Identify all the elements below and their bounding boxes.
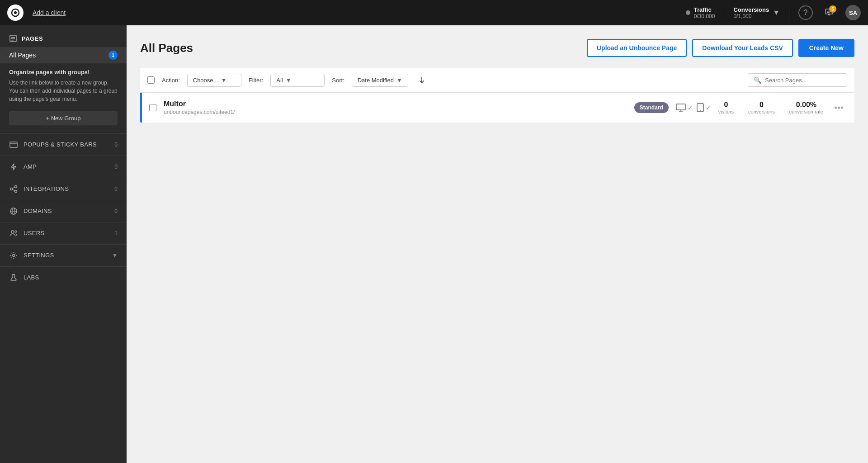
page-type-badge: Standard bbox=[634, 102, 669, 113]
sidebar-pages-section: All Pages 1 Organize pages with groups! … bbox=[0, 47, 127, 133]
filter-select[interactable]: All ▼ bbox=[270, 74, 325, 87]
visitors-stat: 0 visitors bbox=[718, 101, 734, 114]
download-leads-button[interactable]: Download Your Leads CSV bbox=[692, 39, 793, 57]
sidebar-item-domains[interactable]: DOMAINS 0 bbox=[0, 200, 127, 222]
svg-line-18 bbox=[13, 189, 15, 191]
search-input[interactable] bbox=[765, 77, 837, 84]
integrations-icon bbox=[9, 184, 18, 194]
action-value: Choose... bbox=[193, 77, 218, 84]
sidebar-item-settings[interactable]: SETTINGS ▼ bbox=[0, 244, 127, 266]
all-pages-label: All Pages bbox=[9, 52, 36, 59]
sidebar: PAGES All Pages 1 Organize pages with gr… bbox=[0, 25, 127, 463]
action-select[interactable]: Choose... ▼ bbox=[187, 74, 241, 87]
users-count: 1 bbox=[114, 230, 118, 236]
tablet-device: ✓ bbox=[697, 103, 711, 112]
page-url: unbouncepages.com/uifeed1/ bbox=[164, 109, 627, 115]
avatar[interactable]: SA bbox=[845, 5, 861, 20]
notification-badge: 5 bbox=[829, 5, 836, 13]
amp-count: 0 bbox=[114, 164, 118, 170]
sidebar-item-all-pages[interactable]: All Pages 1 bbox=[0, 47, 127, 63]
filter-value: All bbox=[276, 77, 283, 84]
page-name: Multor bbox=[164, 100, 627, 108]
action-select-arrow-icon: ▼ bbox=[221, 77, 226, 84]
pages-icon bbox=[9, 34, 17, 43]
sidebar-item-amp[interactable]: AMP 0 bbox=[0, 156, 127, 178]
row-checkbox[interactable] bbox=[149, 104, 156, 111]
pages-section-label: PAGES bbox=[22, 35, 43, 42]
svg-point-30 bbox=[700, 110, 701, 111]
table-row: Multor unbouncepages.com/uifeed1/ Standa… bbox=[140, 93, 854, 123]
svg-point-14 bbox=[10, 188, 13, 190]
conversions-stat: 0 conversions bbox=[748, 101, 775, 114]
conversion-rate-value: 0.00% bbox=[789, 101, 823, 109]
traffic-dot bbox=[686, 10, 690, 15]
popups-count: 0 bbox=[114, 142, 118, 148]
create-new-button[interactable]: Create New bbox=[798, 39, 854, 57]
svg-rect-5 bbox=[828, 14, 830, 15]
sort-direction-icon[interactable] bbox=[415, 74, 428, 86]
more-options-button[interactable]: ••• bbox=[830, 101, 847, 115]
popups-label: POPUPS & STICKY BARS bbox=[24, 141, 97, 148]
logo-icon[interactable] bbox=[7, 5, 24, 21]
settings-icon bbox=[9, 251, 18, 260]
conversions-value: 0 bbox=[748, 101, 775, 109]
page-devices: ✓ ✓ bbox=[676, 103, 711, 112]
traffic-label: Traffic bbox=[694, 6, 715, 13]
notification-icon[interactable]: 5 bbox=[822, 5, 836, 20]
domains-label: DOMAINS bbox=[24, 208, 52, 214]
visitors-value: 0 bbox=[718, 101, 734, 109]
add-client-link[interactable]: Add a client bbox=[33, 9, 66, 16]
svg-marker-13 bbox=[11, 164, 16, 170]
page-stats: 0 visitors 0 conversions 0.00% conversio… bbox=[718, 101, 823, 114]
header-actions: Upload an Unbounce Page Download Your Le… bbox=[587, 39, 854, 57]
action-label: Action: bbox=[162, 77, 180, 84]
labs-icon bbox=[9, 273, 18, 282]
amp-label: AMP bbox=[24, 163, 37, 170]
help-icon[interactable]: ? bbox=[798, 5, 813, 20]
integrations-count: 0 bbox=[114, 186, 118, 192]
desktop-check-icon: ✓ bbox=[688, 104, 693, 111]
page-title: All Pages bbox=[140, 41, 193, 55]
search-icon: 🔍 bbox=[754, 76, 761, 84]
sort-select[interactable]: Date Modified ▼ bbox=[352, 74, 408, 87]
desktop-device: ✓ bbox=[676, 104, 693, 112]
svg-point-1 bbox=[14, 11, 17, 14]
toolbar: Action: Choose... ▼ Filter: All ▼ Sort: … bbox=[140, 68, 854, 93]
users-icon bbox=[9, 229, 18, 238]
svg-rect-11 bbox=[10, 142, 17, 147]
desktop-icon bbox=[676, 104, 686, 112]
svg-rect-9 bbox=[11, 38, 15, 39]
sidebar-item-users[interactable]: USERS 1 bbox=[0, 222, 127, 244]
svg-point-23 bbox=[15, 231, 17, 232]
svg-rect-4 bbox=[827, 12, 830, 13]
integrations-label: INTEGRATIONS bbox=[24, 185, 69, 192]
visitors-label: visitors bbox=[718, 109, 734, 114]
conversions-label: Conversions bbox=[733, 6, 769, 13]
group-promo-title: Organize pages with groups! bbox=[9, 68, 118, 77]
popups-icon bbox=[9, 140, 18, 149]
nav-divider-1 bbox=[724, 6, 724, 19]
top-navigation: Add a client Traffic 0/30,000 Conversion… bbox=[0, 0, 868, 25]
svg-rect-10 bbox=[11, 40, 14, 41]
tablet-icon bbox=[697, 103, 704, 112]
conversions-value: 0/1,000 bbox=[733, 13, 769, 19]
upload-page-button[interactable]: Upload an Unbounce Page bbox=[587, 39, 687, 57]
svg-point-16 bbox=[15, 190, 17, 192]
sidebar-item-labs[interactable]: LABS bbox=[0, 266, 127, 288]
conversion-rate-label: conversion rate bbox=[789, 109, 823, 114]
sidebar-item-popups[interactable]: POPUPS & STICKY BARS 0 bbox=[0, 133, 127, 156]
page-info: Multor unbouncepages.com/uifeed1/ bbox=[164, 100, 627, 115]
select-all-checkbox[interactable] bbox=[147, 76, 155, 84]
conversion-rate-stat: 0.00% conversion rate bbox=[789, 101, 823, 114]
sidebar-item-integrations[interactable]: INTEGRATIONS 0 bbox=[0, 178, 127, 200]
sort-select-arrow-icon: ▼ bbox=[396, 77, 402, 84]
svg-point-15 bbox=[15, 185, 17, 188]
conversions-dropdown-icon[interactable]: ▼ bbox=[773, 9, 780, 17]
users-label: USERS bbox=[24, 230, 44, 236]
new-group-button[interactable]: + New Group bbox=[9, 111, 118, 125]
svg-rect-26 bbox=[676, 104, 685, 110]
all-pages-badge: 1 bbox=[108, 51, 118, 60]
sidebar-pages-header: PAGES bbox=[0, 25, 127, 47]
pages-table: Multor unbouncepages.com/uifeed1/ Standa… bbox=[140, 93, 854, 123]
traffic-block: Traffic 0/30,000 bbox=[686, 6, 715, 19]
